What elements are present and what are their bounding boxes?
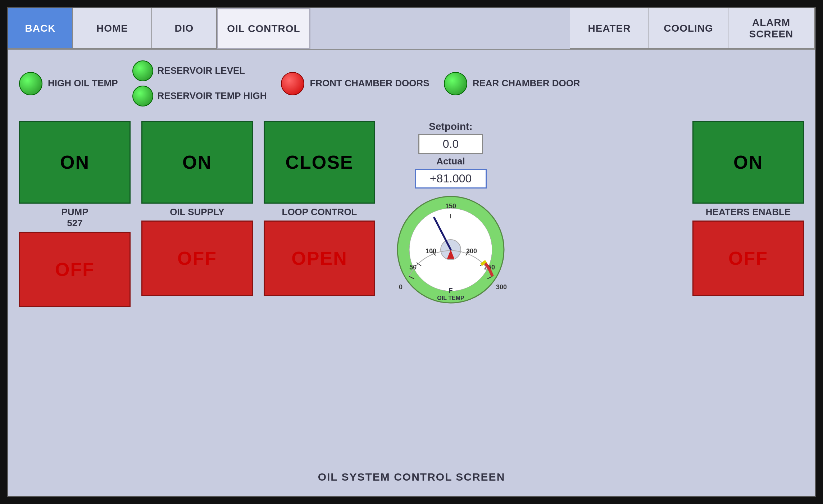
dio-button[interactable]: DIO bbox=[152, 8, 217, 49]
loop-control-label: LOOP CONTROL bbox=[282, 206, 357, 218]
pump-label: PUMP527 bbox=[61, 206, 88, 229]
reservoir-temp-label: RESERVOIR TEMP HIGH bbox=[158, 90, 267, 101]
oil-supply-label: OIL SUPPLY bbox=[170, 206, 224, 218]
svg-text:150: 150 bbox=[445, 203, 456, 210]
footer-label: OIL SYSTEM CONTROL SCREEN bbox=[318, 471, 505, 483]
high-oil-temp-indicator bbox=[19, 72, 42, 95]
oil-temp-gauge: 0 50 100 150 200 250 300 bbox=[393, 192, 508, 307]
status-row: HIGH OIL TEMP RESERVOIR LEVEL RESERVOIR … bbox=[19, 57, 804, 110]
heaters-off-button[interactable]: OFF bbox=[692, 221, 804, 296]
oil-supply-on-button[interactable]: ON bbox=[141, 121, 253, 204]
setpoint-label: Setpoint: bbox=[429, 121, 472, 132]
footer: OIL SYSTEM CONTROL SCREEN bbox=[19, 466, 804, 489]
oil-control-button[interactable]: OIL CONTROL bbox=[217, 8, 310, 49]
setpoint-gauge-col: Setpoint: Actual bbox=[393, 121, 508, 307]
pump-on-button[interactable]: ON bbox=[19, 121, 131, 204]
heaters-control-col: ON HEATERS ENABLE OFF bbox=[692, 121, 804, 296]
back-button[interactable]: BACK bbox=[8, 8, 73, 49]
loop-close-button[interactable]: CLOSE bbox=[264, 121, 375, 204]
rear-chamber-door-label: REAR CHAMBER DOOR bbox=[473, 78, 580, 89]
alarm-screen-button[interactable]: ALARM SCREEN bbox=[728, 8, 815, 49]
actual-input[interactable] bbox=[415, 169, 487, 189]
reservoir-temp-indicator bbox=[132, 86, 153, 106]
loop-open-button[interactable]: OPEN bbox=[264, 221, 375, 296]
oil-supply-control-col: ON OIL SUPPLY OFF bbox=[141, 121, 253, 296]
reservoir-level-status: RESERVOIR LEVEL bbox=[132, 60, 267, 81]
svg-text:300: 300 bbox=[496, 283, 507, 291]
svg-text:F: F bbox=[449, 287, 453, 294]
heater-button[interactable]: HEATER bbox=[570, 8, 649, 49]
nav-spacer bbox=[310, 8, 570, 49]
front-chamber-doors-label: FRONT CHAMBER DOORS bbox=[310, 78, 429, 89]
rear-chamber-door-indicator bbox=[444, 72, 467, 95]
pump-off-button[interactable]: OFF bbox=[19, 232, 131, 307]
reservoir-level-indicator bbox=[132, 60, 153, 81]
high-oil-temp-label: HIGH OIL TEMP bbox=[48, 78, 118, 89]
navbar: BACK HOME DIO OIL CONTROL HEATER COOLING… bbox=[8, 8, 815, 50]
heaters-on-button[interactable]: ON bbox=[692, 121, 804, 204]
controls-row: ON PUMP527 OFF ON OIL SUPPLY OFF CLOSE L… bbox=[19, 121, 804, 466]
cooling-button[interactable]: COOLING bbox=[649, 8, 728, 49]
pump-control-col: ON PUMP527 OFF bbox=[19, 121, 131, 307]
rear-chamber-door-status: REAR CHAMBER DOOR bbox=[444, 72, 580, 95]
oil-supply-off-button[interactable]: OFF bbox=[141, 221, 253, 296]
home-button[interactable]: HOME bbox=[73, 8, 152, 49]
high-oil-temp-status: HIGH OIL TEMP bbox=[19, 72, 118, 95]
reservoir-level-label: RESERVOIR LEVEL bbox=[158, 65, 245, 76]
setpoint-section: Setpoint: Actual bbox=[415, 121, 487, 189]
setpoint-input[interactable] bbox=[418, 134, 483, 154]
reservoir-temp-status: RESERVOIR TEMP HIGH bbox=[132, 86, 267, 106]
svg-text:0: 0 bbox=[399, 283, 403, 291]
reservoir-status-group: RESERVOIR LEVEL RESERVOIR TEMP HIGH bbox=[132, 60, 267, 106]
loop-control-col: CLOSE LOOP CONTROL OPEN bbox=[264, 121, 375, 296]
front-chamber-doors-indicator bbox=[281, 72, 304, 95]
main-content: HIGH OIL TEMP RESERVOIR LEVEL RESERVOIR … bbox=[8, 50, 815, 496]
svg-text:OIL TEMP: OIL TEMP bbox=[437, 295, 464, 301]
actual-label: Actual bbox=[436, 156, 465, 167]
heaters-label: HEATERS ENABLE bbox=[706, 206, 791, 218]
front-chamber-doors-status: FRONT CHAMBER DOORS bbox=[281, 72, 429, 95]
